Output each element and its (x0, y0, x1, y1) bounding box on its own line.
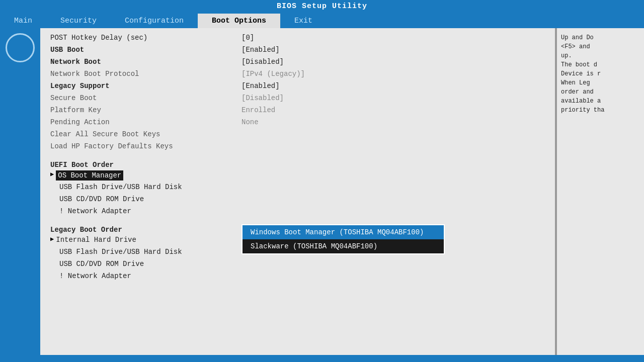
spacer-1 (50, 154, 545, 161)
setting-label-network-boot: Network Boot (50, 57, 242, 66)
uefi-item-3[interactable]: ! Network Adapter (50, 207, 545, 218)
os-boot-manager-dropdown: Windows Boot Manager (TOSHIBA MQ04ABF100… (242, 224, 445, 254)
uefi-boot-order-header: UEFI Boot Order (50, 161, 545, 169)
legacy-label-1[interactable]: USB Flash Drive/USB Hard Disk (59, 247, 182, 256)
legacy-label-3[interactable]: ! Network Adapter (59, 272, 131, 281)
uefi-label-0[interactable]: OS Boot Manager (56, 170, 123, 180)
setting-label-platform-key: Platform Key (50, 106, 242, 115)
setting-value-platform-key: Enrolled (242, 106, 275, 115)
setting-row-load-defaults[interactable]: Load HP Factory Defaults Keys (50, 142, 545, 153)
setting-label-pending-action: Pending Action (50, 118, 242, 127)
menu-item-exit[interactable]: Exit (280, 14, 327, 28)
setting-label-secure-boot: Secure Boot (50, 94, 242, 103)
uefi-item-2[interactable]: USB CD/DVD ROM Drive (50, 195, 545, 206)
uefi-label-3[interactable]: ! Network Adapter (59, 207, 131, 216)
dropdown-item-1[interactable]: Slackware (TOSHIBA MQ04ABF100) (243, 239, 444, 253)
setting-label-post: POST Hotkey Delay (sec) (50, 33, 242, 42)
uefi-indent-2 (50, 195, 57, 204)
uefi-indent-1 (50, 183, 57, 192)
setting-row-clear-keys[interactable]: Clear All Secure Boot Keys (50, 130, 545, 141)
setting-value-network-boot: [Disabled] (242, 57, 284, 66)
uefi-indent-3 (50, 207, 57, 216)
legacy-arrow-0: ▶ (50, 235, 54, 243)
setting-row-pending-action[interactable]: Pending Action None (50, 118, 545, 129)
right-panel-text: Up and Do <F5> and up. The boot d Device… (561, 33, 640, 115)
legacy-label-2[interactable]: USB CD/DVD ROM Drive (59, 259, 144, 268)
setting-row-usb-boot[interactable]: USB Boot [Enabled] (50, 45, 545, 56)
setting-value-legacy-support: [Enabled] (242, 81, 280, 90)
setting-value-post: [0] (242, 33, 254, 42)
legacy-indent-2 (50, 259, 57, 268)
logo-circle (6, 33, 35, 62)
dropdown-item-0[interactable]: Windows Boot Manager (TOSHIBA MQ04ABF100… (243, 225, 444, 239)
help-line-9: priority tha (561, 107, 604, 114)
menu-item-configuration[interactable]: Configuration (111, 14, 198, 28)
uefi-label-1[interactable]: USB Flash Drive/USB Hard Disk (59, 183, 182, 192)
legacy-indent-3 (50, 272, 57, 281)
setting-value-secure-boot: [Disabled] (242, 94, 284, 103)
help-line-3: up. (561, 52, 572, 59)
menu-item-security[interactable]: Security (46, 14, 111, 28)
setting-row-network-protocol[interactable]: Network Boot Protocol [IPv4 (Legacy)] (50, 69, 545, 80)
right-panel: Up and Do <F5> and up. The boot d Device… (556, 28, 644, 355)
title-bar: BIOS Setup Utility (0, 0, 644, 12)
help-line-6: When Leg (561, 79, 590, 86)
menu-item-main[interactable]: Main (0, 14, 46, 28)
setting-label-load-defaults: Load HP Factory Defaults Keys (50, 142, 242, 151)
setting-row-post[interactable]: POST Hotkey Delay (sec) [0] (50, 33, 545, 44)
setting-label-clear-keys: Clear All Secure Boot Keys (50, 130, 242, 139)
setting-row-legacy-support[interactable]: Legacy Support [Enabled] (50, 81, 545, 93)
menu-bar: Main Security Configuration Boot Options… (0, 12, 644, 28)
help-line-2: <F5> and (561, 43, 590, 50)
uefi-item-0[interactable]: ▶ OS Boot Manager (50, 170, 545, 182)
center-panel: POST Hotkey Delay (sec) [0] USB Boot [En… (40, 28, 555, 355)
setting-row-network-boot[interactable]: Network Boot [Disabled] (50, 57, 545, 68)
logo-area (0, 28, 40, 355)
uefi-item-1[interactable]: USB Flash Drive/USB Hard Disk (50, 183, 545, 194)
setting-label-legacy-support: Legacy Support (50, 81, 242, 90)
setting-row-secure-boot[interactable]: Secure Boot [Disabled] (50, 94, 545, 105)
setting-row-platform-key[interactable]: Platform Key Enrolled (50, 106, 545, 117)
help-line-7: order and (561, 88, 594, 96)
setting-label-network-protocol: Network Boot Protocol (50, 69, 242, 78)
setting-value-usb-boot: [Enabled] (242, 45, 280, 54)
help-line-4: The boot d (561, 61, 597, 68)
legacy-label-0[interactable]: Internal Hard Drive (56, 235, 136, 244)
uefi-label-2[interactable]: USB CD/DVD ROM Drive (59, 195, 144, 204)
help-line-8: available a (561, 98, 601, 105)
menu-item-boot-options[interactable]: Boot Options (198, 14, 280, 28)
help-line-1: Up and Do (561, 34, 594, 41)
uefi-arrow-0: ▶ (50, 170, 54, 178)
help-line-5: Device is r (561, 70, 601, 77)
legacy-item-3[interactable]: ! Network Adapter (50, 272, 545, 283)
setting-value-network-protocol: [IPv4 (Legacy)] (242, 69, 305, 78)
legacy-item-2[interactable]: USB CD/DVD ROM Drive (50, 259, 545, 270)
setting-label-usb-boot: USB Boot (50, 45, 242, 54)
legacy-indent-1 (50, 247, 57, 256)
setting-value-pending-action: None (242, 118, 259, 127)
bios-title: BIOS Setup Utility (277, 2, 367, 11)
content-area: POST Hotkey Delay (sec) [0] USB Boot [En… (0, 28, 644, 355)
